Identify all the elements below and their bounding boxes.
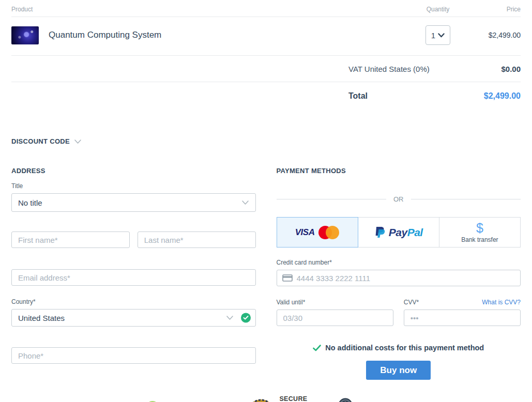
payment-section: PAYMENT METHODS OR VISA (277, 167, 521, 380)
last-name-input[interactable] (138, 231, 256, 248)
product-price: $2,499.00 (469, 31, 521, 39)
first-name-input[interactable] (11, 231, 130, 248)
product-row: Quantum Computing System 1 $2,499.00 (11, 17, 521, 56)
divider-line (411, 199, 521, 199)
or-divider: OR (277, 195, 521, 203)
vat-label: VAT United States (0%) (348, 65, 430, 73)
order-table-header: Product Quantity Price (11, 0, 521, 17)
quantity-value: 1 (431, 31, 435, 40)
credit-card-icon (282, 274, 293, 282)
payment-heading: PAYMENT METHODS (277, 167, 521, 175)
product-thumbnail (11, 26, 39, 44)
divider-line (277, 199, 387, 199)
ssl-lock-icon (140, 399, 167, 402)
country-select[interactable]: United States (11, 309, 256, 327)
chevron-down-icon (74, 139, 82, 144)
vat-value: $0.00 (501, 65, 521, 73)
or-label: OR (386, 195, 411, 203)
paypal-logo: PayPal (374, 226, 423, 239)
chevron-down-icon (226, 315, 234, 320)
paypal-word-pay: Pay (389, 226, 407, 238)
header-quantity: Quantity (407, 6, 469, 13)
what-is-cvv-link[interactable]: What is CVV? (482, 299, 521, 306)
country-label: Country* (11, 298, 256, 305)
card-number-label: Credit card number* (277, 259, 521, 266)
bank-transfer-label: Bank transfer (461, 236, 498, 243)
discount-code-label: DISCOUNT CODE (11, 137, 70, 145)
header-product: Product (11, 6, 407, 13)
buy-now-button[interactable]: Buy now (366, 361, 431, 380)
payment-method-paypal[interactable]: PayPal (358, 217, 439, 248)
note-text: No additional costs for this payment met… (325, 344, 484, 352)
virus-scan-badge: VIRUS SCAN GUARANTEED SECURITY CHECKED S… (334, 398, 392, 402)
no-additional-costs-note: No additional costs for this payment met… (277, 344, 521, 352)
payment-method-credit-card[interactable]: VISA (277, 217, 358, 248)
discount-code-toggle[interactable]: DISCOUNT CODE (11, 137, 82, 145)
cvv-label: CVV* (404, 299, 419, 306)
card-number-input[interactable] (277, 270, 521, 286)
phone-input[interactable] (11, 347, 256, 364)
hundred-percent-safe-seal-icon: 100% SAFE (246, 398, 276, 402)
dollar-icon: $ (476, 222, 483, 235)
visa-logo: VISA (295, 227, 315, 238)
paypal-icon (374, 226, 386, 239)
payment-method-cards: VISA PayPal (277, 217, 521, 248)
total-label: Total (348, 91, 368, 101)
valid-until-input[interactable] (277, 310, 393, 326)
vat-row: VAT United States (0%) $0.00 (11, 56, 521, 82)
secure-payments-title: SECURE PAYMENTS (279, 395, 321, 402)
email-input[interactable] (11, 269, 256, 286)
total-value: $2,499.00 (484, 91, 521, 101)
mastercard-logo (318, 226, 339, 239)
chevron-down-icon (438, 33, 445, 38)
title-label: Title (11, 182, 256, 190)
virus-scan-lock-icon (334, 398, 357, 402)
address-section: ADDRESS Title No title Country* United S… (11, 167, 256, 380)
product-name: Quantum Computing System (49, 30, 161, 40)
valid-until-label: Valid until* (277, 299, 393, 306)
payment-method-bank-transfer[interactable]: $ Bank transfer (439, 217, 521, 248)
total-row: Total $2,499.00 (11, 82, 521, 110)
checkmark-icon (313, 345, 321, 351)
chevron-down-icon (241, 200, 249, 205)
ssl-secured-badge: SSL SECURED Encrypted checkout (140, 399, 233, 402)
address-heading: ADDRESS (11, 167, 256, 175)
title-select-value: No title (18, 198, 42, 207)
checkout-page: Product Quantity Price Quantum Computing… (0, 0, 532, 402)
title-select[interactable]: No title (11, 193, 256, 212)
check-circle-icon (241, 313, 251, 323)
cvv-input[interactable] (404, 310, 521, 326)
secure-payments-badge: 100% SAFE SECURE PAYMENTS by verified pa… (246, 395, 321, 402)
trust-badges: SSL SECURED Encrypted checkout 100% SAFE… (11, 395, 521, 402)
quantity-select[interactable]: 1 (425, 25, 450, 45)
country-select-value: United States (18, 314, 65, 322)
paypal-word-pal: Pal (407, 226, 423, 238)
header-price: Price (469, 6, 521, 13)
